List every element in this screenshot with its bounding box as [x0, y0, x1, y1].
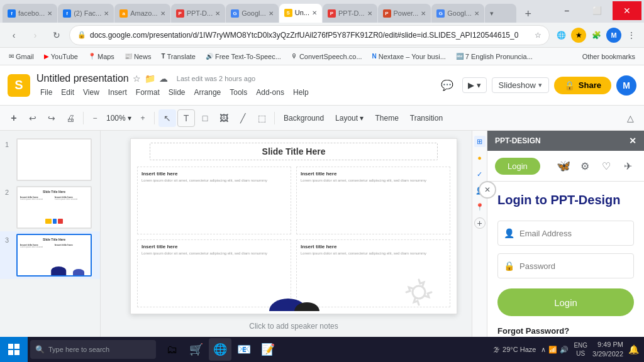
slide-section-2[interactable]: Insert title here Lorem ipsum dolor sit …	[296, 167, 450, 234]
password-input[interactable]	[497, 253, 634, 278]
nav-forward[interactable]: ›	[26, 26, 44, 44]
tray-volume-icon[interactable]: 🔊	[560, 346, 569, 354]
slideshow-button[interactable]: Slideshow ▾	[492, 77, 549, 93]
tab-close-amazon[interactable]: ✕	[160, 10, 165, 17]
tab-close-ppt[interactable]: ✕	[421, 10, 426, 17]
toolbar-line[interactable]: ╱	[234, 109, 252, 127]
nav-refresh[interactable]: ↻	[48, 26, 65, 44]
bookmark-maps[interactable]: 📍 Maps	[84, 52, 118, 62]
window-minimize[interactable]: −	[552, 1, 581, 20]
tray-up-icon[interactable]: ∧	[541, 346, 546, 354]
toolbar-zoom-out[interactable]: −	[87, 111, 103, 126]
comment-button[interactable]: 💬	[437, 75, 457, 96]
ext-icon-1[interactable]: 🌐	[553, 28, 569, 43]
toolbar-print[interactable]: 🖨	[62, 109, 79, 127]
taskbar-explorer[interactable]: 🗂	[161, 338, 184, 361]
tab-close-untitled[interactable]: ✕	[312, 9, 317, 16]
slide-thumb-3[interactable]: 3 Slide Title Here Insert title hereLore…	[0, 231, 100, 279]
tab-google2[interactable]: G Googl... ✕	[431, 4, 484, 23]
tab-pptd1[interactable]: P PPT-D... ✕	[171, 4, 226, 23]
toolbar-image[interactable]: 🖼	[215, 109, 233, 127]
toolbar-cursor[interactable]: ↖	[158, 109, 176, 127]
browser-menu[interactable]: ⋮	[624, 28, 639, 43]
bookmark-translate[interactable]: T Translate	[157, 52, 199, 62]
login-tab-button[interactable]: Login	[495, 158, 540, 175]
notification-icon[interactable]: 🔔	[628, 344, 639, 354]
sidebar-icon-blue-check[interactable]: ✓	[474, 168, 486, 180]
login-button[interactable]: Login	[497, 288, 634, 316]
toolbar-transition[interactable]: Transition	[405, 112, 448, 124]
panel-icon-settings[interactable]: ⚙	[576, 157, 594, 175]
url-bar[interactable]: 🔒 docs.google.com/presentation/d/1IW7ryW…	[69, 25, 550, 45]
toolbar-zoom-level[interactable]: 100% ▾	[104, 112, 134, 124]
menu-view[interactable]: View	[79, 87, 103, 98]
menu-edit[interactable]: Edit	[57, 87, 78, 98]
taskbar-edge[interactable]: 🌐	[209, 338, 231, 361]
toolbar-background[interactable]: Background	[279, 112, 329, 124]
speaker-notes[interactable]: Click to add speaker notes	[249, 322, 338, 331]
menu-insert[interactable]: Insert	[104, 87, 131, 98]
window-close[interactable]: ✕	[613, 1, 641, 20]
bookmark-gmail[interactable]: ✉ Gmail	[5, 52, 38, 62]
toolbar-redo[interactable]: ↪	[43, 109, 60, 127]
tab-close-facebook[interactable]: ✕	[47, 10, 52, 17]
bookmark-nextaxe[interactable]: N Nextaxe – Your busi...	[369, 52, 450, 62]
sidebar-icon-pin[interactable]: 📍	[474, 201, 486, 212]
bookmark-convert[interactable]: 🎙 ConvertSpeech.co...	[287, 52, 366, 62]
slide-canvas[interactable]: Slide Title Here Insert title here Lorem…	[130, 138, 457, 314]
tab-amazon[interactable]: a Amazo... ✕	[114, 4, 170, 23]
panel-icon-send[interactable]: ✈	[619, 157, 636, 175]
ext-icon-2[interactable]: ★	[571, 28, 586, 43]
present-button[interactable]: ▶ ▾	[462, 77, 487, 93]
tab-facebook[interactable]: f facebo... ✕	[3, 4, 57, 23]
tab-close-g2[interactable]: ✕	[474, 10, 479, 17]
tab-google[interactable]: G Googl... ✕	[226, 4, 279, 23]
toolbar-text[interactable]: T	[177, 109, 195, 127]
user-avatar[interactable]: M	[616, 75, 636, 96]
toolbar-more[interactable]: ⬚	[253, 109, 270, 127]
panel-icon-favorite[interactable]: ♡	[597, 157, 615, 175]
toolbar-undo[interactable]: ↩	[24, 109, 42, 127]
menu-format[interactable]: Format	[132, 87, 164, 98]
tab-close-pptd1[interactable]: ✕	[215, 10, 220, 17]
toolbar-zoom-in[interactable]: +	[135, 111, 150, 126]
ext-icon-4[interactable]: M	[606, 28, 621, 43]
panel-icon-butterfly[interactable]: 🦋	[555, 157, 572, 175]
taskbar-search[interactable]: 🔍 Type here to search	[30, 340, 156, 359]
tab-pptd2[interactable]: P PPT-D... ✕	[323, 4, 377, 23]
bookmark-tts[interactable]: 🔊 Free Text-To-Speec...	[202, 52, 285, 62]
menu-addons[interactable]: Add-ons	[252, 87, 288, 98]
slide-section-3[interactable]: Insert title here Lorem ipsum dolor sit …	[137, 239, 291, 307]
ext-icon-3[interactable]: 🧩	[589, 28, 604, 43]
tab-untitled[interactable]: S Un... ✕	[279, 4, 322, 23]
tab-close-google[interactable]: ✕	[269, 10, 274, 17]
slide-thumb-1[interactable]: 1	[0, 136, 100, 184]
tab-close-fb2[interactable]: ✕	[104, 10, 109, 17]
taskbar-outlook[interactable]: 📧	[233, 338, 255, 361]
forgot-password-link[interactable]: Forgot Password?	[497, 326, 634, 336]
window-maximize[interactable]: ⬜	[582, 1, 611, 20]
menu-file[interactable]: File	[36, 87, 56, 98]
url-star-icon[interactable]: ☆	[535, 31, 541, 40]
sidebar-icon-yellow[interactable]: ●	[474, 152, 486, 163]
toolbar-shape[interactable]: □	[196, 109, 214, 127]
share-button[interactable]: 🔒 Share	[554, 77, 611, 94]
toolbar-layout[interactable]: Layout ▾	[330, 112, 369, 124]
tab-more[interactable]: ▾	[485, 4, 516, 23]
slide-section-1[interactable]: Insert title here Lorem ipsum dolor sit …	[137, 167, 291, 234]
drive-icon[interactable]: 📁	[145, 74, 155, 84]
tab-powerpoint[interactable]: P Power... ✕	[378, 4, 431, 23]
panel-dismiss-button[interactable]: ✕	[479, 181, 496, 199]
panel-close-button[interactable]: ✕	[629, 136, 636, 146]
presentation-title[interactable]: Untitled presentation	[36, 73, 129, 84]
toolbar-theme[interactable]: Theme	[370, 112, 403, 124]
taskbar-store[interactable]: 🛒	[185, 338, 208, 361]
menu-tools[interactable]: Tools	[226, 87, 251, 98]
cloud-icon[interactable]: ☁	[159, 74, 168, 84]
sidebar-icon-grid[interactable]: ⊞	[474, 136, 486, 147]
taskbar-word[interactable]: 📝	[257, 338, 279, 361]
tab-facebook2[interactable]: f (2) Fac... ✕	[58, 4, 114, 23]
slide-thumb-2[interactable]: 2 Slide Title Here Insert title hereLore…	[0, 184, 100, 231]
menu-slide[interactable]: Slide	[165, 87, 189, 98]
bookmark-english[interactable]: 🔤 7 English Pronuncia...	[452, 52, 536, 62]
